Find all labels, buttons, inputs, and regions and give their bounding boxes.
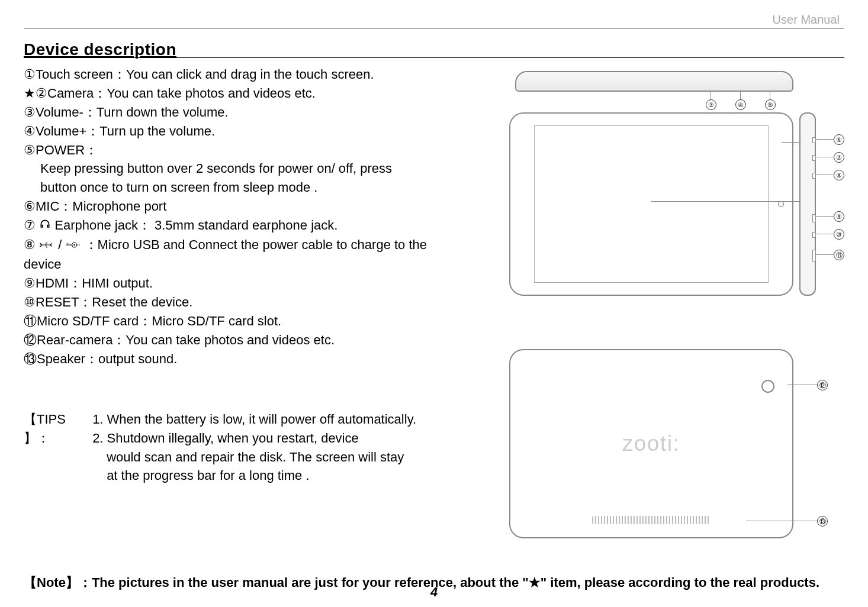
callout-4: ④ [735,99,746,110]
section-title: Device description [24,40,844,59]
callout-11: ⑪ [834,250,844,260]
item-5-line2: button once to turn on screen from sleep… [24,178,486,197]
item-7-post: Earphone jack： 3.5mm standard earphone j… [54,218,337,233]
item-8-mid: / [58,237,65,252]
tips-body: 1. When the battery is low, it will powe… [92,410,416,486]
lead-line [816,157,834,157]
lead-line [787,385,817,385]
side-port [812,137,816,143]
callout-3: ③ [706,99,716,110]
front-camera-dot [778,201,784,207]
device-front-view [509,112,793,296]
lead-line [816,175,834,175]
callout-12: ⑫ [817,380,828,390]
callout-9: ⑨ [834,211,844,222]
lead-line [651,201,805,202]
tips-2c: at the progress bar for a long time . [92,466,416,485]
item-7: ⑦ Earphone jack： 3.5mm standard earphone… [24,216,486,235]
device-diagram: ③ ④ ⑤ ① ② ⑥ ⑦ ⑧ ⑨ ⑩ ⑪ [497,65,844,550]
headphone-icon [39,217,51,235]
dc-power-icon: + [65,236,81,255]
callout-7: ⑦ [834,152,844,163]
svg-point-1 [74,244,76,246]
tips-2: 2. Shutdown illegally, when you restart,… [92,429,416,448]
svg-text:+: + [67,241,69,245]
content-row: ①Touch screen：You can click and drag in … [24,65,844,550]
brand-logo: zooti: [510,431,792,456]
callout-10: ⑩ [834,229,844,240]
lead-line [816,234,834,234]
rear-camera-dot [761,380,774,393]
item-7-pre: ⑦ [24,218,39,233]
lead-line [746,521,817,521]
item-8-post: ：Micro USB and Connect the power cable t… [85,237,427,252]
usb-icon [39,236,54,255]
speaker-grill [592,516,711,524]
side-port [812,155,816,161]
item-8: ⑧ / + ：Micro USB and Connect the power c… [24,235,486,255]
header-manual-label: User Manual [773,13,840,27]
lead-line [816,216,834,217]
item-10: ⑩RESET：Reset the device. [24,293,486,312]
device-screen [534,125,769,283]
description-text: ①Touch screen：You can click and drag in … [24,65,486,485]
device-back-view: zooti: [509,349,793,538]
item-13: ⑬Speaker：output sound. [24,350,486,369]
callout-13: ⑬ [817,516,828,527]
item-8-pre: ⑧ [24,237,39,252]
item-6: ⑥MIC：Microphone port [24,197,486,216]
tips-2b: would scan and repair the disk. The scre… [92,448,416,467]
item-11: ⑪Micro SD/TF card：Micro SD/TF card slot. [24,312,486,331]
item-8-line2: device [24,255,486,274]
item-5-line1: Keep pressing button over 2 seconds for … [24,159,486,178]
tips-label: 【TIPS 】： [24,410,89,448]
item-5-label: ⑤POWER： [24,141,486,160]
lead-line [816,254,834,255]
side-port [812,232,816,238]
item-1: ①Touch screen：You can click and drag in … [24,65,486,84]
device-side-view [799,112,816,296]
item-12: ⑫Rear-camera：You can take photos and vid… [24,331,486,350]
item-2: ★②Camera：You can take photos and videos … [24,84,486,103]
lead-line [816,139,834,140]
tips-1: 1. When the battery is low, it will powe… [92,410,416,429]
callout-8: ⑧ [834,170,844,180]
tips-block: 【TIPS 】： 1. When the battery is low, it … [24,410,486,486]
item-9: ⑨HDMI：HIMI output. [24,274,486,293]
item-3: ③Volume-：Turn down the volume. [24,103,486,122]
side-port [812,173,816,179]
side-port [812,250,816,261]
page-number: 4 [0,585,868,600]
callout-6: ⑥ [834,134,844,145]
callout-5: ⑤ [765,99,776,110]
item-4: ④Volume+：Turn up the volume. [24,122,486,141]
device-top-view [515,71,793,92]
header-rule: User Manual [24,12,844,28]
